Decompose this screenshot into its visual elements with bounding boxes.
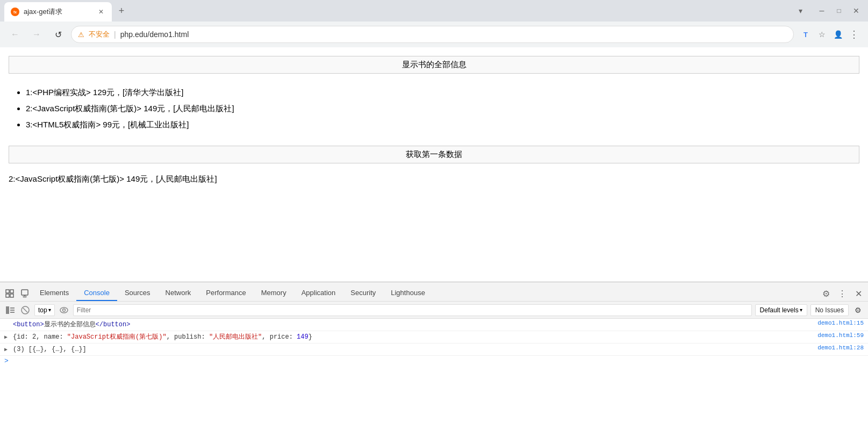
inspect-element-button[interactable] — [2, 286, 17, 301]
tab-close-button[interactable]: ✕ — [97, 8, 105, 16]
url-bar[interactable]: ⚠ 不安全 | php.edu/demo1.html — [71, 26, 794, 43]
svg-rect-2 — [6, 294, 9, 297]
security-warning-icon: ⚠ — [78, 31, 84, 39]
console-no-issues-button[interactable]: No Issues — [810, 304, 849, 316]
console-levels-select[interactable]: Default levels ▾ — [755, 304, 807, 316]
console-expand-arrow-3[interactable]: ▶ — [4, 346, 10, 353]
url-text: php.edu/demo1.html — [120, 30, 189, 39]
single-result: 2:<JavaScript权威指南(第七版)> 149元，[人民邮电出版社] — [9, 174, 859, 184]
console-file-3[interactable]: demo1.html:28 — [817, 345, 864, 351]
tab-favicon: fx — [11, 8, 19, 16]
new-tab-button[interactable]: + — [114, 3, 129, 18]
device-toolbar-button[interactable] — [17, 286, 32, 301]
minimize-button[interactable]: – — [814, 3, 829, 18]
close-window-button[interactable]: ✕ — [849, 3, 864, 18]
book-item-2: 2:<JavaScript权威指南(第七版)> 149元，[人民邮电出版社] — [26, 101, 859, 117]
console-row-1: ▶ <button>显示书的全部信息</button> demo1.html:1… — [0, 319, 868, 331]
svg-rect-4 — [21, 290, 28, 295]
console-clear-button[interactable] — [19, 304, 31, 316]
console-text-1: <button>显示书的全部信息</button> — [13, 320, 814, 330]
console-expand-arrow-2[interactable]: ▶ — [4, 334, 10, 340]
devtools-settings-button[interactable]: ⚙ — [819, 286, 834, 301]
tab-lighthouse[interactable]: Lighthouse — [383, 285, 433, 301]
svg-point-14 — [62, 309, 65, 311]
console-text-2: {id: 2, name: "JavaScript权威指南(第七版)", pub… — [13, 332, 814, 342]
book-item-1: 1:<PHP编程实战> 129元，[清华大学出版社] — [26, 84, 859, 101]
translate-button[interactable]: T — [798, 27, 813, 42]
active-tab[interactable]: fx ajax-get请求 ✕ — [4, 2, 112, 22]
tab-network[interactable]: Network — [158, 285, 199, 301]
address-bar: ← → ↺ ⚠ 不安全 | php.edu/demo1.html T ☆ 👤 ⋮ — [0, 22, 868, 47]
devtools-more-button[interactable]: ⋮ — [835, 286, 850, 301]
forward-button[interactable]: → — [28, 26, 45, 43]
console-text-3: (3) [{…}, {…}, {…}] — [13, 345, 814, 354]
show-all-books-title: 显示书的全部信息 — [402, 60, 467, 69]
console-context-select[interactable]: top ▾ — [34, 304, 55, 316]
tab-bar: fx ajax-get请求 ✕ + ▾ – □ ✕ — [0, 0, 868, 22]
console-input[interactable] — [12, 357, 864, 365]
more-options-button[interactable]: ⋮ — [847, 27, 862, 42]
svg-line-12 — [23, 308, 27, 312]
svg-rect-0 — [6, 290, 9, 293]
tab-sources[interactable]: Sources — [117, 285, 158, 301]
svg-rect-8 — [10, 307, 15, 309]
devtools-tabs-bar: Elements Console Sources Network Perform… — [0, 282, 868, 302]
tab-application[interactable]: Application — [294, 285, 343, 301]
console-settings-button[interactable]: ⚙ — [852, 304, 864, 316]
devtools-close-button[interactable]: ✕ — [851, 286, 866, 301]
tab-console[interactable]: Console — [76, 285, 117, 301]
console-file-1[interactable]: demo1.html:15 — [817, 320, 864, 326]
bookmark-button[interactable]: ☆ — [814, 27, 829, 42]
console-input-row[interactable]: > — [0, 356, 868, 366]
profile-button[interactable]: 👤 — [830, 27, 845, 42]
console-prompt-symbol: > — [4, 357, 9, 365]
book-item-3: 3:<HTML5权威指南> 99元，[机械工业出版社] — [26, 117, 859, 133]
console-sidebar-toggle[interactable] — [4, 304, 16, 316]
console-filter-input[interactable] — [73, 304, 752, 316]
tab-elements[interactable]: Elements — [32, 285, 76, 301]
svg-rect-10 — [10, 312, 15, 313]
book-list: 1:<PHP编程实战> 129元，[清华大学出版社] 2:<JavaScript… — [9, 84, 859, 133]
back-button[interactable]: ← — [6, 26, 24, 43]
console-row-3: ▶ (3) [{…}, {…}, {…}] demo1.html:28 — [0, 343, 868, 356]
url-separator: | — [114, 30, 116, 39]
tab-dropdown-button[interactable]: ▾ — [793, 3, 808, 18]
console-live-expressions-button[interactable] — [58, 304, 70, 316]
show-all-books-section: 显示书的全部信息 — [9, 56, 859, 74]
maximize-button[interactable]: □ — [831, 3, 847, 18]
tab-security[interactable]: Security — [343, 285, 383, 301]
svg-rect-9 — [10, 310, 15, 311]
svg-point-13 — [60, 307, 68, 313]
tab-memory[interactable]: Memory — [254, 285, 294, 301]
console-output: ▶ <button>显示书的全部信息</button> demo1.html:1… — [0, 319, 868, 444]
svg-rect-3 — [10, 294, 13, 297]
devtools-panel: Elements Console Sources Network Perform… — [0, 282, 868, 444]
console-file-2[interactable]: demo1.html:59 — [817, 332, 864, 339]
svg-rect-7 — [6, 306, 9, 314]
svg-rect-1 — [10, 290, 13, 293]
console-row-2: ▶ {id: 2, name: "JavaScript权威指南(第七版)", p… — [0, 331, 868, 343]
reload-button[interactable]: ↺ — [49, 26, 67, 43]
get-first-record-title: 获取第一条数据 — [406, 149, 462, 159]
tab-performance[interactable]: Performance — [198, 285, 253, 301]
svg-rect-5 — [23, 296, 26, 297]
console-toolbar: top ▾ Default levels ▾ No Issues ⚙ — [0, 302, 868, 319]
get-first-record-section: 获取第一条数据 — [9, 146, 859, 163]
insecure-label: 不安全 — [89, 30, 110, 39]
page-content: 显示书的全部信息 1:<PHP编程实战> 129元，[清华大学出版社] 2:<J… — [0, 47, 868, 282]
tab-title: ajax-get请求 — [24, 7, 92, 17]
